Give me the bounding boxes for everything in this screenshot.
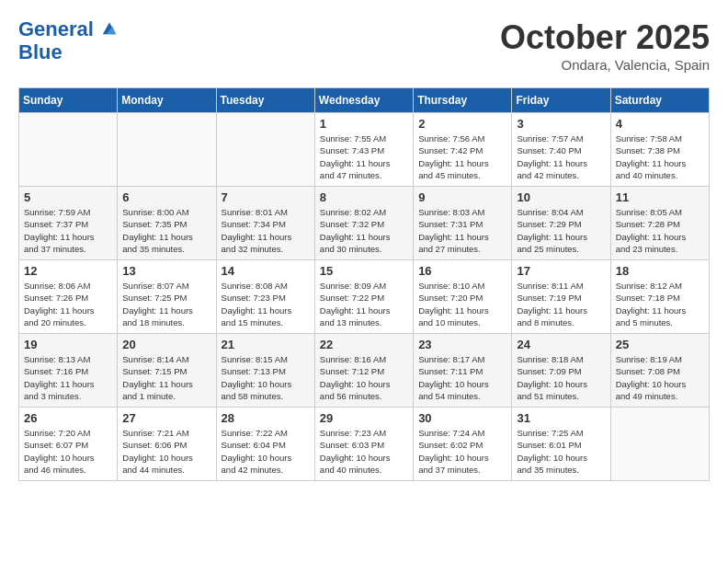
- calendar-cell: 13Sunrise: 8:07 AM Sunset: 7:25 PM Dayli…: [118, 260, 216, 334]
- day-number: 10: [517, 190, 605, 204]
- day-number: 3: [517, 117, 605, 131]
- calendar-cell: 26Sunrise: 7:20 AM Sunset: 6:07 PM Dayli…: [19, 408, 118, 481]
- weekday-header-sunday: Sunday: [19, 88, 118, 113]
- calendar-cell: 18Sunrise: 8:12 AM Sunset: 7:18 PM Dayli…: [610, 260, 709, 334]
- day-number: 17: [517, 264, 605, 278]
- day-info: Sunrise: 8:14 AM Sunset: 7:15 PM Dayligh…: [122, 353, 210, 402]
- calendar-cell: 5Sunrise: 7:59 AM Sunset: 7:37 PM Daylig…: [19, 187, 118, 260]
- calendar-cell: [118, 113, 216, 187]
- calendar-cell: [216, 113, 314, 187]
- logo-icon: [101, 19, 118, 36]
- weekday-header-friday: Friday: [512, 88, 610, 113]
- calendar-cell: 8Sunrise: 8:02 AM Sunset: 7:32 PM Daylig…: [314, 187, 413, 260]
- day-number: 1: [320, 117, 408, 131]
- calendar-cell: 23Sunrise: 8:17 AM Sunset: 7:11 PM Dayli…: [414, 334, 512, 408]
- weekday-header-monday: Monday: [118, 88, 216, 113]
- day-info: Sunrise: 7:24 AM Sunset: 6:02 PM Dayligh…: [418, 427, 506, 476]
- day-number: 22: [320, 338, 408, 351]
- day-info: Sunrise: 8:07 AM Sunset: 7:25 PM Dayligh…: [122, 280, 210, 328]
- day-number: 9: [418, 190, 506, 204]
- calendar-cell: 2Sunrise: 7:56 AM Sunset: 7:42 PM Daylig…: [414, 113, 512, 187]
- day-info: Sunrise: 8:19 AM Sunset: 7:08 PM Dayligh…: [616, 353, 704, 402]
- day-info: Sunrise: 8:17 AM Sunset: 7:11 PM Dayligh…: [418, 353, 506, 402]
- day-number: 20: [122, 338, 210, 351]
- calendar-cell: 12Sunrise: 8:06 AM Sunset: 7:26 PM Dayli…: [19, 260, 118, 334]
- calendar-cell: 17Sunrise: 8:11 AM Sunset: 7:19 PM Dayli…: [512, 260, 610, 334]
- day-number: 19: [24, 338, 112, 351]
- day-number: 5: [24, 190, 112, 204]
- month-title: October 2025: [500, 18, 710, 57]
- page-header: General Blue October 2025 Ondara, Valenc…: [18, 18, 710, 73]
- day-info: Sunrise: 8:18 AM Sunset: 7:09 PM Dayligh…: [517, 353, 605, 402]
- day-number: 26: [24, 411, 112, 425]
- calendar-cell: 9Sunrise: 8:03 AM Sunset: 7:31 PM Daylig…: [414, 187, 512, 260]
- day-info: Sunrise: 7:57 AM Sunset: 7:40 PM Dayligh…: [517, 132, 605, 181]
- day-info: Sunrise: 8:02 AM Sunset: 7:32 PM Dayligh…: [320, 206, 408, 255]
- calendar-cell: 10Sunrise: 8:04 AM Sunset: 7:29 PM Dayli…: [512, 187, 610, 260]
- location: Ondara, Valencia, Spain: [500, 57, 710, 73]
- calendar-cell: 22Sunrise: 8:16 AM Sunset: 7:12 PM Dayli…: [314, 334, 413, 408]
- calendar-cell: 16Sunrise: 8:10 AM Sunset: 7:20 PM Dayli…: [414, 260, 512, 334]
- day-number: 23: [418, 338, 506, 351]
- calendar-cell: 24Sunrise: 8:18 AM Sunset: 7:09 PM Dayli…: [512, 334, 610, 408]
- day-number: 6: [122, 190, 210, 204]
- day-info: Sunrise: 8:13 AM Sunset: 7:16 PM Dayligh…: [24, 353, 112, 402]
- day-info: Sunrise: 8:04 AM Sunset: 7:29 PM Dayligh…: [517, 206, 605, 255]
- title-block: October 2025 Ondara, Valencia, Spain: [500, 18, 710, 73]
- calendar-cell: 25Sunrise: 8:19 AM Sunset: 7:08 PM Dayli…: [610, 334, 709, 408]
- day-info: Sunrise: 8:01 AM Sunset: 7:34 PM Dayligh…: [222, 206, 310, 255]
- calendar-cell: 27Sunrise: 7:21 AM Sunset: 6:06 PM Dayli…: [118, 408, 216, 481]
- calendar-cell: 30Sunrise: 7:24 AM Sunset: 6:02 PM Dayli…: [414, 408, 512, 481]
- calendar-cell: 15Sunrise: 8:09 AM Sunset: 7:22 PM Dayli…: [314, 260, 413, 334]
- day-info: Sunrise: 8:00 AM Sunset: 7:35 PM Dayligh…: [122, 206, 210, 255]
- day-number: 21: [222, 338, 310, 351]
- day-number: 25: [616, 338, 704, 351]
- day-info: Sunrise: 8:11 AM Sunset: 7:19 PM Dayligh…: [517, 280, 605, 328]
- day-number: 8: [320, 190, 408, 204]
- calendar-cell: 29Sunrise: 7:23 AM Sunset: 6:03 PM Dayli…: [314, 408, 413, 481]
- day-number: 14: [222, 264, 310, 278]
- calendar-table: SundayMondayTuesdayWednesdayThursdayFrid…: [18, 87, 710, 481]
- calendar-cell: 6Sunrise: 8:00 AM Sunset: 7:35 PM Daylig…: [118, 187, 216, 260]
- calendar-cell: 1Sunrise: 7:55 AM Sunset: 7:43 PM Daylig…: [314, 113, 413, 187]
- day-number: 29: [320, 411, 408, 425]
- day-number: 12: [24, 264, 112, 278]
- day-number: 2: [418, 117, 506, 131]
- day-number: 27: [122, 411, 210, 425]
- day-info: Sunrise: 8:05 AM Sunset: 7:28 PM Dayligh…: [616, 206, 704, 255]
- day-info: Sunrise: 8:09 AM Sunset: 7:22 PM Dayligh…: [320, 280, 408, 328]
- day-number: 28: [222, 411, 310, 425]
- day-info: Sunrise: 7:21 AM Sunset: 6:06 PM Dayligh…: [122, 427, 210, 476]
- day-number: 7: [222, 190, 310, 204]
- day-info: Sunrise: 8:16 AM Sunset: 7:12 PM Dayligh…: [320, 353, 408, 402]
- day-info: Sunrise: 7:23 AM Sunset: 6:03 PM Dayligh…: [320, 427, 408, 476]
- day-number: 18: [616, 264, 704, 278]
- calendar-cell: 3Sunrise: 7:57 AM Sunset: 7:40 PM Daylig…: [512, 113, 610, 187]
- day-info: Sunrise: 7:58 AM Sunset: 7:38 PM Dayligh…: [616, 132, 704, 181]
- logo-text: General: [18, 18, 118, 40]
- day-info: Sunrise: 7:22 AM Sunset: 6:04 PM Dayligh…: [222, 427, 310, 476]
- calendar-cell: 20Sunrise: 8:14 AM Sunset: 7:15 PM Dayli…: [118, 334, 216, 408]
- day-info: Sunrise: 8:10 AM Sunset: 7:20 PM Dayligh…: [418, 280, 506, 328]
- calendar-cell: 31Sunrise: 7:25 AM Sunset: 6:01 PM Dayli…: [512, 408, 610, 481]
- day-info: Sunrise: 7:25 AM Sunset: 6:01 PM Dayligh…: [517, 427, 605, 476]
- day-number: 4: [616, 117, 704, 131]
- day-info: Sunrise: 8:12 AM Sunset: 7:18 PM Dayligh…: [616, 280, 704, 328]
- calendar-cell: [19, 113, 118, 187]
- day-info: Sunrise: 7:59 AM Sunset: 7:37 PM Dayligh…: [24, 206, 112, 255]
- day-info: Sunrise: 8:03 AM Sunset: 7:31 PM Dayligh…: [418, 206, 506, 255]
- weekday-header-thursday: Thursday: [414, 88, 512, 113]
- calendar-cell: 11Sunrise: 8:05 AM Sunset: 7:28 PM Dayli…: [610, 187, 709, 260]
- day-number: 31: [517, 411, 605, 425]
- calendar-cell: [610, 408, 709, 481]
- logo-blue: Blue: [18, 40, 63, 64]
- day-number: 16: [418, 264, 506, 278]
- calendar-cell: 14Sunrise: 8:08 AM Sunset: 7:23 PM Dayli…: [216, 260, 314, 334]
- logo: General Blue: [18, 18, 118, 64]
- day-info: Sunrise: 8:06 AM Sunset: 7:26 PM Dayligh…: [24, 280, 112, 328]
- calendar-cell: 28Sunrise: 7:22 AM Sunset: 6:04 PM Dayli…: [216, 408, 314, 481]
- day-number: 11: [616, 190, 704, 204]
- weekday-header-wednesday: Wednesday: [314, 88, 413, 113]
- day-info: Sunrise: 8:08 AM Sunset: 7:23 PM Dayligh…: [222, 280, 310, 328]
- weekday-header-saturday: Saturday: [610, 88, 709, 113]
